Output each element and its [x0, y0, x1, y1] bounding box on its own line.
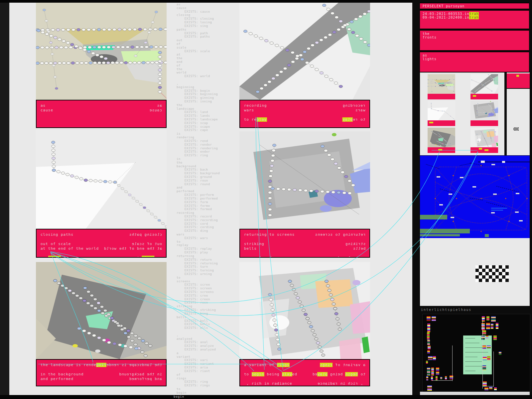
color-bar-glyph: [426, 361, 428, 364]
minimap-caption: [470, 120, 498, 126]
checkerboard-icon: [475, 265, 509, 282]
color-bar-glyph: [481, 323, 485, 330]
mint-info-card: [463, 335, 492, 374]
color-bar-glyph: [483, 357, 487, 360]
sidebar: PERSELEKT pursoyan 24-03-2021-003533.int…: [412, 0, 532, 399]
mint-card-text-line: [465, 366, 486, 366]
color-bar-glyph: [489, 387, 492, 390]
timestamp-list: 24-03-2021-003533.intrah09-04-2021-20240…: [423, 12, 479, 19]
color-bar-glyph: [486, 316, 489, 321]
artwork-bottom-right[interactable]: [239, 262, 370, 359]
minimap-sidebar-pink: [507, 73, 530, 89]
artwork-top-left[interactable]: [36, 3, 167, 100]
minimap-thumb-mid-left-svg: [428, 101, 455, 120]
artwork-bottom-left[interactable]: [36, 262, 167, 359]
color-bar-glyph: [496, 323, 498, 329]
color-bar-glyph: [427, 385, 432, 391]
color-bar-glyph: [427, 350, 430, 353]
color-bar-glyph: [427, 367, 430, 375]
mint-card-text-line: [465, 347, 484, 348]
sidebar-lights-panel[interactable]: as lights: [420, 52, 529, 72]
color-bar-glyph: [436, 376, 438, 380]
mint-card-text-line: [465, 338, 475, 338]
color-bar-glyph: [491, 324, 493, 329]
color-bar-glyph: [436, 367, 439, 375]
color-bar-glyph: [486, 335, 488, 338]
sidebar-bottom-strip: [420, 392, 530, 395]
footer-label: interlichtspielhaus: [421, 308, 471, 312]
mint-card-text-line: [465, 361, 482, 362]
caption-mid-right[interactable]: returning to screens strikingbells , ana…: [239, 229, 370, 258]
color-bar-glyph: [484, 387, 488, 390]
sidebar-header-title: PERSELEKT pursoyan: [423, 4, 465, 8]
color-bar-glyph: [431, 367, 434, 375]
score-pattern-svg: [420, 156, 530, 238]
minimap-thumb-mid-left[interactable]: [428, 101, 455, 126]
interlicht-panel[interactable]: [422, 314, 530, 392]
minimap-thumb-bottom-right-svg: [470, 128, 498, 147]
minimap-thumb-bottom-left[interactable]: [428, 128, 455, 153]
artwork-top-right[interactable]: [239, 3, 370, 100]
caption-top-left[interactable]: ascauseascause: [36, 100, 167, 128]
color-bar-glyph: [491, 316, 496, 322]
color-bar-glyph: [445, 376, 447, 380]
color-bar-glyph: [486, 323, 490, 330]
artwork-bottom-right-svg: [239, 262, 370, 359]
color-bar-glyph: [487, 345, 491, 348]
minimap-caption: [428, 147, 455, 153]
color-bar-glyph: [432, 316, 436, 321]
minimap-thumb-top-left[interactable]: [428, 74, 455, 99]
minimap-thumb-mid-right[interactable]: [470, 101, 498, 126]
bottom-border: begin: [0, 395, 532, 399]
caption-top-right[interactable]: recordingwars to replayrecordingwars to …: [239, 100, 370, 128]
score-pattern-panel[interactable]: [420, 156, 530, 238]
minimap-caption: [470, 147, 498, 153]
minimap: [420, 72, 504, 155]
sidebar-gray-zone: [420, 238, 530, 306]
caption-bottom-right[interactable]: a variant of rings to begin being played…: [239, 359, 370, 386]
minimap-caption: [470, 94, 498, 99]
color-bar-glyph: [481, 336, 485, 340]
artwork-top-left-svg: [36, 3, 167, 100]
caption-mid-left[interactable]: closing paths out of scaleat the end of …: [36, 229, 167, 258]
color-bar-glyph: [440, 377, 442, 380]
minimap-highlight-tick: [479, 148, 482, 150]
minimap-caption: [428, 120, 455, 126]
minimap-highlight-tick: [484, 149, 488, 151]
minimap-thumb-top-right[interactable]: [470, 74, 498, 99]
color-bar-glyph: [428, 345, 431, 349]
color-bar-glyph: [427, 316, 431, 321]
app-window: ascauseascause closing paths out of scal…: [0, 0, 532, 399]
artwork-top-right-svg: [239, 3, 370, 100]
lights-label: as lights: [423, 54, 437, 61]
color-bar-glyph: [431, 376, 433, 380]
color-bar-glyph: [494, 387, 497, 390]
minimap-thumb-bottom-right[interactable]: [470, 128, 498, 153]
connector-line: [483, 386, 494, 386]
minimap-highlight-tick: [516, 75, 519, 77]
color-bar-glyph: [433, 356, 436, 360]
minimap-thumb-top-left-svg: [428, 74, 455, 94]
artwork-mid-left[interactable]: [36, 130, 167, 229]
connector-line: [482, 318, 483, 389]
sidebar-fronts-panel[interactable]: the fronts: [420, 30, 529, 51]
sidebar-timestamps-panel[interactable]: 24-03-2021-003533.intrah09-04-2021-20240…: [420, 10, 529, 29]
minimap-thumb-bottom-left-svg: [428, 128, 455, 147]
minimap-divider: [504, 72, 507, 155]
minimap-highlight-tick: [438, 149, 442, 151]
minimap-sidebar-preview[interactable]: [507, 72, 530, 155]
minimap-highlight-tick: [473, 95, 476, 97]
minimap-highlight-tick: [429, 122, 433, 123]
sidebar-header[interactable]: PERSELEKT pursoyan: [420, 3, 529, 9]
color-bar-glyph: [426, 376, 428, 380]
minimap-caption: [428, 94, 455, 99]
mint-card-text-line: [465, 357, 477, 357]
mini-checkerboard-icon: [513, 127, 519, 131]
caption-bottom-left[interactable]: the landscape is rendering in the backgr…: [36, 359, 167, 386]
bottom-strip-text: begin: [174, 395, 184, 398]
color-bar-glyph: [427, 339, 430, 345]
left-border: [0, 0, 9, 399]
color-bar-glyph: [499, 351, 501, 355]
artwork-mid-right[interactable]: [239, 131, 370, 229]
artwork-mid-right-svg: [239, 131, 370, 229]
